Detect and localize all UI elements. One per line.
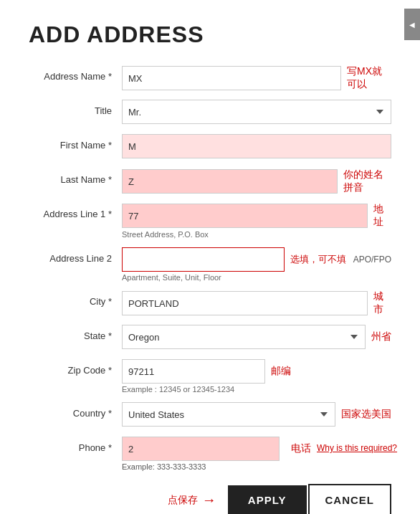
zip-hint: Example : 12345 or 12345-1234 xyxy=(122,385,391,394)
phone-row: Phone * 电话 Why is this required? Example… xyxy=(29,437,391,471)
address-name-input[interactable] xyxy=(122,66,341,90)
first-name-field-wrap xyxy=(122,134,391,158)
country-field-wrap: United States 国家选美国 xyxy=(122,402,391,427)
phone-hint: Example: 333-333-3333 xyxy=(122,462,391,471)
address1-input[interactable] xyxy=(122,204,368,228)
title-field-wrap: Mr. Ms. Mrs. Dr. xyxy=(122,100,391,124)
last-name-label: Last Name * xyxy=(29,168,122,185)
address-name-annotation: 写MX就可以 xyxy=(347,65,391,91)
city-annotation: 城市 xyxy=(373,290,391,316)
state-label: State * xyxy=(29,325,122,341)
phone-input[interactable] xyxy=(122,437,280,461)
first-name-input[interactable] xyxy=(122,134,391,158)
address2-fill-annotation: 选填，可不填 xyxy=(290,253,348,266)
cancel-button[interactable]: CANCEL xyxy=(308,484,392,514)
country-annotation: 国家选美国 xyxy=(341,408,391,421)
state-row: State * Oregon 州省 xyxy=(29,325,391,351)
zip-input[interactable] xyxy=(122,359,265,384)
address-name-label: Address Name * xyxy=(29,65,122,82)
city-field-wrap: 城市 xyxy=(122,290,391,316)
address1-row: Address Line 1 * 地址 Street Address, P.O.… xyxy=(29,203,391,239)
first-name-label: First Name * xyxy=(29,134,122,151)
address2-hint: Apartment, Suite, Unit, Floor xyxy=(122,273,391,282)
zip-label: Zip Code * xyxy=(29,359,122,376)
footer-row: 点保存 → APPLY CANCEL xyxy=(29,484,391,514)
phone-label: Phone * xyxy=(29,437,122,453)
state-annotation: 州省 xyxy=(371,330,391,343)
first-name-row: First Name * xyxy=(29,134,391,160)
state-field-wrap: Oregon 州省 xyxy=(122,325,391,349)
zip-row: Zip Code * 邮编 Example : 12345 or 12345-1… xyxy=(29,359,391,394)
last-name-field-wrap: 你的姓名拼音 xyxy=(122,168,391,194)
address-name-row: Address Name * 写MX就可以 xyxy=(29,65,391,91)
last-name-input[interactable] xyxy=(122,169,338,194)
address2-row: Address Line 2 选填，可不填 APO/FPO Apartment,… xyxy=(29,247,391,282)
country-row: Country * United States 国家选美国 xyxy=(29,402,391,428)
apo-label: APO/FPO xyxy=(353,254,391,265)
state-select[interactable]: Oregon xyxy=(122,325,366,349)
address2-field-wrap: 选填，可不填 APO/FPO Apartment, Suite, Unit, F… xyxy=(122,247,391,282)
address1-field-wrap: 地址 Street Address, P.O. Box xyxy=(122,203,391,239)
city-input[interactable] xyxy=(122,291,368,315)
country-label: Country * xyxy=(29,402,122,419)
address1-hint: Street Address, P.O. Box xyxy=(122,230,391,239)
address2-input[interactable] xyxy=(122,247,285,272)
zip-field-wrap: 邮编 Example : 12345 or 12345-1234 xyxy=(122,359,391,394)
arrow-right-icon: → xyxy=(202,492,216,508)
apply-button[interactable]: APPLY xyxy=(228,485,307,514)
title-label: Title xyxy=(29,100,122,116)
collapse-button[interactable] xyxy=(404,9,420,40)
address1-label: Address Line 1 * xyxy=(29,203,122,219)
address-name-field-wrap: 写MX就可以 xyxy=(122,65,391,91)
phone-annotation: 电话 xyxy=(291,442,311,455)
title-row: Title Mr. Ms. Mrs. Dr. xyxy=(29,100,391,125)
city-row: City * 城市 xyxy=(29,290,391,316)
address1-annotation: 地址 xyxy=(373,203,391,229)
last-name-row: Last Name * 你的姓名拼音 xyxy=(29,168,391,194)
last-name-annotation: 你的姓名拼音 xyxy=(343,168,391,194)
phone-field-wrap: 电话 Why is this required? Example: 333-33… xyxy=(122,437,391,471)
address2-label: Address Line 2 xyxy=(29,247,122,264)
why-required-text[interactable]: Why is this required? xyxy=(317,443,374,454)
save-annotation: 点保存 → xyxy=(168,492,216,508)
country-select[interactable]: United States xyxy=(122,402,335,427)
page-title: ADD ADDRESS xyxy=(29,22,391,48)
zip-annotation: 邮编 xyxy=(271,365,291,378)
title-select[interactable]: Mr. Ms. Mrs. Dr. xyxy=(122,100,391,124)
city-label: City * xyxy=(29,290,122,307)
